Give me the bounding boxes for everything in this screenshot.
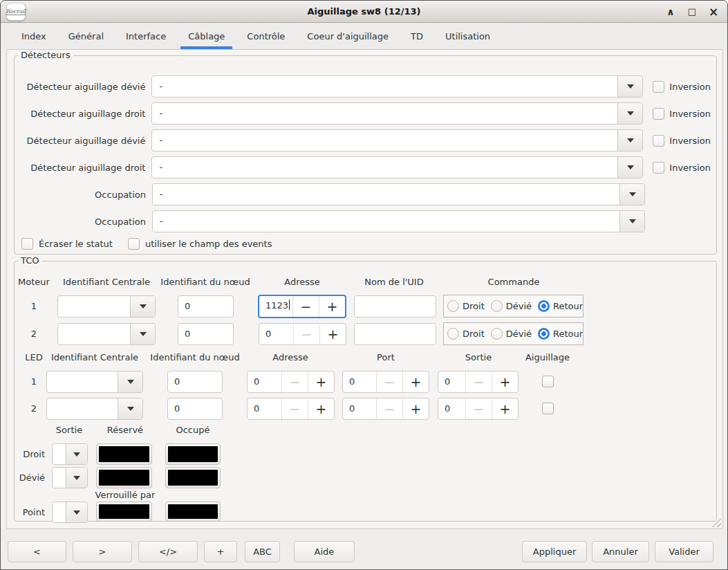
increment-icon[interactable]: + (492, 398, 518, 419)
chevron-down-icon[interactable] (66, 502, 87, 522)
led-2-adresse-spinner[interactable]: 0 − + (247, 398, 335, 420)
decrement-icon[interactable]: − (281, 398, 308, 419)
increment-icon[interactable]: + (319, 296, 345, 317)
occupation-1-dropdown[interactable]: - (152, 183, 645, 205)
tab-td[interactable]: TD (400, 23, 434, 49)
minimize-icon[interactable]: ∧ (665, 6, 676, 17)
inversion-checkbox[interactable] (653, 108, 664, 120)
ok-button[interactable]: Valider (655, 541, 713, 562)
chevron-down-icon[interactable] (617, 76, 642, 97)
next-button[interactable]: > (73, 541, 132, 562)
spinner-value: 0 (438, 398, 465, 419)
radio-droit[interactable] (447, 300, 459, 312)
chevron-down-icon[interactable] (619, 184, 644, 205)
point-verrouille-color-button[interactable] (96, 502, 152, 522)
led-2-central-dropdown[interactable] (46, 398, 143, 420)
led-1-sortie-spinner[interactable]: 0 − + (438, 371, 519, 393)
occupation-2-dropdown[interactable]: - (152, 210, 645, 232)
moteur-2-node-field[interactable]: 0 (178, 323, 234, 345)
apply-button[interactable]: Appliquer (522, 541, 587, 562)
moteur-1-central-dropdown[interactable] (57, 295, 156, 318)
chevron-down-icon[interactable] (130, 324, 155, 344)
moteur-1-uid-field[interactable] (354, 295, 436, 318)
champ-events-checkbox[interactable] (128, 238, 140, 250)
droit-sortie-dropdown[interactable] (52, 443, 88, 465)
tab-cablage[interactable]: Câblage (177, 23, 236, 49)
ecraser-statut-checkbox[interactable] (21, 238, 33, 250)
moteur-2-adresse-spinner[interactable]: 0 − + (259, 323, 346, 345)
point-occupe-color-button[interactable] (165, 502, 221, 522)
decrement-icon[interactable]: − (376, 398, 402, 419)
increment-icon[interactable]: + (308, 371, 334, 392)
led-2-node-field[interactable]: 0 (167, 398, 223, 420)
chevron-down-icon[interactable] (617, 157, 642, 178)
droit-occupe-color-button[interactable] (165, 443, 221, 465)
led-1-port-spinner[interactable]: 0 − + (342, 371, 429, 393)
xml-code-button[interactable]: </> (138, 541, 198, 562)
increment-icon[interactable]: + (402, 371, 429, 392)
tab-index[interactable]: Index (10, 23, 57, 49)
decrement-icon[interactable]: − (293, 324, 319, 344)
led-1-node-field[interactable]: 0 (167, 371, 223, 393)
decrement-icon[interactable]: − (465, 398, 492, 419)
increment-icon[interactable]: + (492, 371, 518, 392)
decrement-icon[interactable]: − (376, 371, 402, 392)
radio-devie[interactable] (491, 328, 503, 340)
moteur-2-central-dropdown[interactable] (57, 323, 156, 345)
maximize-icon[interactable]: □ (687, 6, 698, 17)
led-2-sortie-spinner[interactable]: 0 − + (438, 398, 519, 420)
chevron-down-icon[interactable] (617, 130, 642, 151)
led-1-aiguillage-checkbox[interactable] (542, 376, 554, 387)
radio-retourner[interactable] (538, 300, 550, 312)
chevron-down-icon[interactable] (118, 371, 142, 392)
increment-icon[interactable]: + (319, 324, 346, 344)
detector-droit-1-dropdown[interactable]: - (151, 102, 643, 125)
color-swatch (99, 446, 149, 462)
radio-retourner[interactable] (538, 328, 550, 340)
decrement-icon[interactable]: − (281, 371, 308, 392)
led-1-adresse-spinner[interactable]: 0 − + (247, 371, 335, 393)
inversion-checkbox[interactable] (653, 135, 664, 147)
previous-button[interactable]: < (8, 541, 66, 562)
detector-devie-1-dropdown[interactable]: - (151, 75, 643, 98)
devie-sortie-dropdown[interactable] (52, 467, 88, 488)
inversion-checkbox[interactable] (653, 162, 664, 174)
led-1-central-dropdown[interactable] (46, 371, 143, 393)
led-2-aiguillage-checkbox[interactable] (542, 403, 554, 414)
led-row-number: 2 (20, 398, 48, 420)
col-header-led: LED (25, 352, 42, 363)
moteur-2-uid-field[interactable] (354, 323, 436, 345)
increment-icon[interactable]: + (308, 398, 334, 419)
abc-button[interactable]: ABC (245, 541, 280, 562)
tab-interface[interactable]: Interface (115, 23, 177, 49)
radio-droit[interactable] (447, 328, 459, 340)
help-button[interactable]: Aide (294, 541, 355, 562)
moteur-1-adresse-spinner[interactable]: 1123 − + (258, 295, 346, 318)
led-2-port-spinner[interactable]: 0 − + (342, 398, 429, 420)
increment-icon[interactable]: + (402, 398, 429, 419)
devie-occupe-color-button[interactable] (165, 467, 221, 488)
chevron-down-icon[interactable] (118, 398, 142, 419)
chevron-down-icon[interactable] (66, 468, 87, 488)
droit-reserve-color-button[interactable] (96, 443, 152, 465)
detector-droit-2-dropdown[interactable]: - (151, 156, 643, 178)
devie-reserve-color-button[interactable] (96, 467, 152, 488)
decrement-icon[interactable]: − (292, 296, 319, 317)
chevron-down-icon[interactable] (617, 103, 642, 124)
inversion-checkbox[interactable] (653, 81, 664, 93)
close-icon[interactable]: × (708, 6, 719, 17)
detector-devie-2-dropdown[interactable]: - (151, 129, 643, 151)
cancel-button[interactable]: Annuler (592, 541, 649, 562)
add-button[interactable]: + (204, 541, 237, 562)
tab-coeur-aiguillage[interactable]: Coeur d'aiguillage (296, 23, 400, 49)
decrement-icon[interactable]: − (465, 371, 492, 392)
radio-devie[interactable] (491, 300, 503, 312)
point-sortie-dropdown[interactable] (52, 502, 88, 523)
chevron-down-icon[interactable] (66, 444, 87, 464)
tab-controle[interactable]: Contrôle (236, 23, 296, 49)
moteur-1-node-field[interactable]: 0 (178, 295, 234, 318)
tab-general[interactable]: Général (57, 23, 115, 49)
chevron-down-icon[interactable] (130, 296, 155, 317)
chevron-down-icon[interactable] (619, 211, 644, 232)
tab-utilisation[interactable]: Utilisation (434, 23, 501, 49)
